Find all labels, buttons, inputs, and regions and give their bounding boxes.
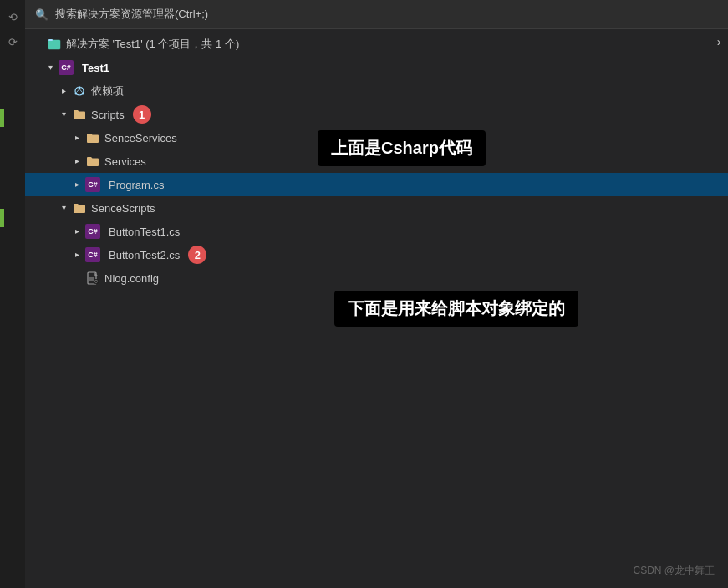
search-placeholder: 搜索解决方案资源管理器(Ctrl+;) [55,7,208,22]
scripts-chevron [57,108,70,121]
annotation-badge-2: 2 [188,246,206,264]
sence-services-label: SenceServices [104,132,177,144]
nlog-icon: ⟳ [85,271,100,286]
solution-row[interactable]: 解决方案 'Test1' (1 个项目，共 1 个) [25,33,728,56]
sence-services-icon [85,130,100,145]
sence-scripts-row[interactable]: SenceScripts [25,196,728,220]
nlog-config-row[interactable]: ⟳ Nlog.config [25,266,728,290]
project-row[interactable]: C# Test1 [25,56,728,79]
program-cs-label: Program.cs [109,179,164,191]
svg-point-6 [82,93,84,95]
side-tab-btn-2[interactable]: ⟳ [3,32,23,52]
annotation-tooltip-1: 上面是Csharp代码 [318,130,486,166]
scripts-folder-icon [72,107,87,122]
side-tabs: ⟲ ⟳ [0,0,25,588]
annotation-tooltip-2: 下面是用来给脚本对象绑定的 [334,291,578,327]
solution-chevron [32,38,45,51]
annotation-badge-1: 1 [133,105,151,124]
button-test1-chevron [70,225,84,238]
dependencies-chevron [57,84,70,98]
solution-label: 解决方案 'Test1' (1 个项目，共 1 个) [66,37,239,52]
services-chevron [70,155,84,168]
search-icon: 🔍 [35,8,48,21]
sence-scripts-icon [72,200,87,215]
svg-line-8 [79,89,83,93]
button-test2-chevron [70,248,84,261]
expand-panel-button[interactable]: › [710,30,728,53]
svg-text:⟳: ⟳ [94,279,99,284]
solution-icon [47,37,62,52]
accent-line-top [0,109,4,127]
scripts-folder-row[interactable]: Scripts 1 [25,103,728,126]
svg-line-7 [77,89,80,93]
sence-scripts-label: SenceScripts [91,202,155,215]
sence-scripts-chevron [57,201,70,215]
watermark: CSDN @龙中舞王 [633,564,715,578]
svg-rect-2 [48,39,53,41]
search-bar[interactable]: 🔍 搜索解决方案资源管理器(Ctrl+;) [25,0,728,29]
dependencies-row[interactable]: 依赖项 [25,79,728,103]
svg-point-4 [79,87,81,89]
button-test1-icon: C# [85,224,100,239]
csharp-project-icon: C# [59,60,74,75]
services-folder-icon [85,154,100,169]
accent-line-bottom [0,209,4,227]
button-test1-row[interactable]: C# ButtonTest1.cs [25,220,728,243]
nlog-chevron [70,271,84,285]
sence-services-chevron [70,131,84,144]
button-test2-icon: C# [85,247,100,262]
side-tab-btn-1[interactable]: ⟲ [3,7,23,27]
annotation-tooltip-2-text: 下面是用来给脚本对象绑定的 [348,299,565,317]
program-cs-icon: C# [85,177,100,192]
dependencies-icon [72,84,87,99]
program-cs-row[interactable]: C# Program.cs [25,173,728,196]
services-label: Services [104,155,146,168]
project-label: Test1 [82,62,109,74]
button-test1-label: ButtonTest1.cs [109,226,180,238]
svg-point-5 [75,93,78,95]
dependencies-label: 依赖项 [91,84,124,99]
button-test2-label: ButtonTest2.cs [109,249,180,261]
project-chevron [43,61,57,74]
scripts-folder-label: Scripts [91,109,125,121]
annotation-tooltip-1-text: 上面是Csharp代码 [331,139,472,157]
button-test2-row[interactable]: C# ButtonTest2.cs 2 [25,243,728,266]
program-cs-chevron [70,178,84,191]
nlog-config-label: Nlog.config [104,272,159,285]
